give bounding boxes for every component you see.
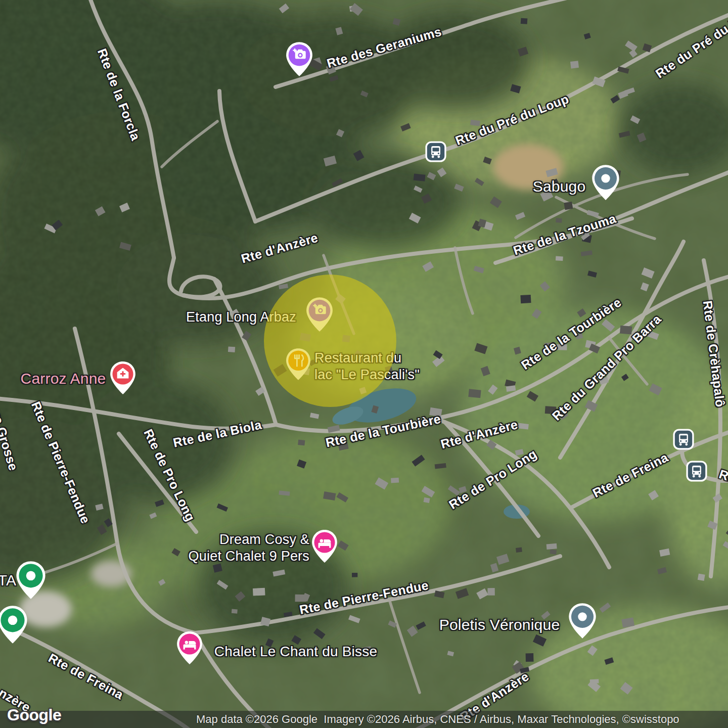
medical-pin-carroz[interactable] <box>110 361 136 395</box>
dot-icon <box>578 612 586 621</box>
place-label-sabugo[interactable]: Sabugo <box>533 177 586 196</box>
place-pin-sabugo[interactable] <box>592 164 620 201</box>
place-label-poletis[interactable]: Poletis Véronique <box>439 616 560 634</box>
dot-icon <box>26 571 36 580</box>
photo-spot-pin-etang[interactable] <box>306 297 333 332</box>
place-label-dream[interactable]: Dream Cosy & Quiet Chalet 9 Pers <box>189 531 309 565</box>
place-label-ta-clipped[interactable]: TA <box>0 571 16 590</box>
place-pin-poletis[interactable] <box>568 603 597 639</box>
green-pin-2[interactable] <box>0 605 28 644</box>
dot-icon <box>601 174 610 183</box>
bus-stop-right-1[interactable] <box>673 429 694 450</box>
satellite-map-canvas[interactable]: Etang Long Arbaz Restaurant du lac "Le P… <box>0 0 728 728</box>
photo-spot-pin-top[interactable] <box>286 41 313 77</box>
attribution-bar: Map data ©2026 Google Imagery ©2026 Airb… <box>0 711 728 728</box>
lodging-pin-dream[interactable] <box>311 529 338 563</box>
place-label-chant[interactable]: Chalet Le Chant du Bisse <box>214 643 377 660</box>
google-logo[interactable]: Google <box>7 706 61 724</box>
bus-stop-right-2[interactable] <box>686 461 707 482</box>
place-label-restaurant[interactable]: Restaurant du lac "Le Pascali's" <box>314 350 420 383</box>
bus-stop-top[interactable] <box>425 141 446 162</box>
lodging-pin-chant[interactable] <box>176 631 203 665</box>
attribution-text: Map data ©2026 Google Imagery ©2026 Airb… <box>196 713 679 726</box>
place-label-etang[interactable]: Etang Long Arbaz <box>186 309 296 326</box>
dot-icon <box>8 615 18 625</box>
restaurant-pin[interactable] <box>286 348 311 381</box>
green-pin-1[interactable] <box>16 561 46 600</box>
place-label-carroz[interactable]: Carroz Anne <box>21 370 106 388</box>
